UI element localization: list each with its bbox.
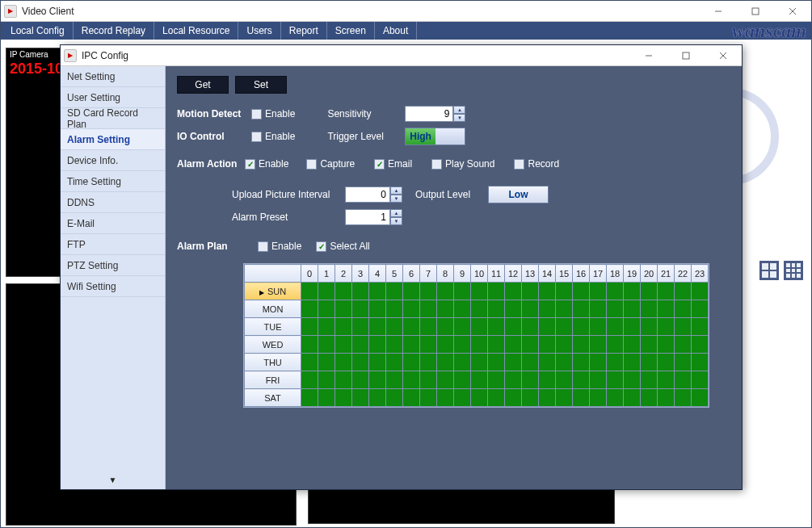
plan-hour-4[interactable]: 4 (369, 265, 386, 283)
plan-cell[interactable] (675, 336, 692, 354)
menu-item-about[interactable]: About (375, 22, 417, 40)
plan-cell[interactable] (624, 283, 641, 300)
plan-cell[interactable] (590, 300, 607, 318)
plan-cell[interactable] (522, 354, 539, 371)
sidebar-item-ftp[interactable]: FTP (61, 234, 165, 255)
plan-hour-8[interactable]: 8 (437, 265, 454, 283)
plan-cell[interactable] (352, 336, 369, 354)
plan-cell[interactable] (352, 389, 369, 407)
sidebar-item-time-setting[interactable]: Time Setting (61, 171, 165, 192)
plan-cell[interactable] (641, 354, 658, 371)
plan-cell[interactable] (539, 354, 556, 371)
plan-cell[interactable] (471, 354, 488, 371)
plan-day-thu[interactable]: THU (245, 354, 301, 371)
menu-item-local-resource[interactable]: Local Resource (154, 22, 238, 40)
plan-day-mon[interactable]: MON (245, 300, 301, 318)
plan-cell[interactable] (420, 300, 437, 318)
plan-cell[interactable] (692, 354, 709, 371)
plan-cell[interactable] (624, 318, 641, 336)
plan-cell[interactable] (658, 283, 675, 300)
plan-cell[interactable] (335, 283, 352, 300)
plan-cell[interactable] (624, 354, 641, 371)
menu-item-local-config[interactable]: Local Config (2, 22, 74, 40)
menu-item-record-replay[interactable]: Record Replay (74, 22, 154, 40)
plan-cell[interactable] (692, 336, 709, 354)
plan-cell[interactable] (624, 300, 641, 318)
plan-cell[interactable] (301, 354, 318, 371)
plan-cell[interactable] (641, 318, 658, 336)
plan-cell[interactable] (386, 336, 403, 354)
plan-cell[interactable] (420, 389, 437, 407)
plan-cell[interactable] (692, 300, 709, 318)
plan-hour-10[interactable]: 10 (471, 265, 488, 283)
plan-cell[interactable] (386, 283, 403, 300)
plan-cell[interactable] (692, 318, 709, 336)
plan-cell[interactable] (318, 371, 335, 389)
dialog-close-button[interactable] (705, 45, 742, 66)
get-button[interactable]: Get (177, 76, 229, 94)
down-arrow-icon[interactable]: ▼ (453, 114, 465, 122)
grid-layout-3x3-icon[interactable] (784, 261, 803, 280)
plan-cell[interactable] (556, 336, 573, 354)
menu-item-users[interactable]: Users (238, 22, 280, 40)
plan-cell[interactable] (352, 371, 369, 389)
plan-cell[interactable] (692, 389, 709, 407)
plan-cell[interactable] (437, 336, 454, 354)
plan-hour-15[interactable]: 15 (556, 265, 573, 283)
alarm-opt-play-sound-checkbox[interactable]: Play Sound (431, 158, 494, 170)
plan-cell[interactable] (369, 371, 386, 389)
plan-cell[interactable] (318, 283, 335, 300)
down-arrow-icon[interactable]: ▼ (390, 217, 402, 225)
plan-cell[interactable] (539, 300, 556, 318)
plan-cell[interactable] (386, 300, 403, 318)
plan-cell[interactable] (573, 371, 590, 389)
plan-cell[interactable] (386, 354, 403, 371)
plan-cell[interactable] (522, 336, 539, 354)
plan-cell[interactable] (403, 336, 420, 354)
output-level-button[interactable]: Low (488, 186, 549, 203)
plan-cell[interactable] (556, 318, 573, 336)
plan-cell[interactable] (437, 354, 454, 371)
plan-cell[interactable] (420, 318, 437, 336)
plan-cell[interactable] (301, 336, 318, 354)
plan-cell[interactable] (641, 300, 658, 318)
app-max-button[interactable] (737, 1, 774, 22)
sidebar-item-wifi-setting[interactable]: Wifi Setting (61, 276, 165, 297)
plan-cell[interactable] (692, 283, 709, 300)
plan-hour-17[interactable]: 17 (590, 265, 607, 283)
plan-cell[interactable] (369, 389, 386, 407)
plan-cell[interactable] (386, 389, 403, 407)
sidebar-item-sd-card-record-plan[interactable]: SD Card Record Plan (61, 108, 165, 129)
plan-cell[interactable] (641, 336, 658, 354)
sidebar-item-ddns[interactable]: DDNS (61, 192, 165, 213)
app-min-button[interactable] (700, 1, 737, 22)
plan-cell[interactable] (505, 354, 522, 371)
sidebar-item-e-mail[interactable]: E-Mail (61, 213, 165, 234)
plan-cell[interactable] (386, 371, 403, 389)
plan-cell[interactable] (624, 336, 641, 354)
plan-day-fri[interactable]: FRI (245, 371, 301, 389)
plan-cell[interactable] (352, 318, 369, 336)
upload-interval-field[interactable] (345, 186, 390, 203)
alarm-preset-input[interactable]: ▲▼ (345, 209, 402, 225)
grid-layout-2x2-icon[interactable] (759, 261, 779, 280)
plan-cell[interactable] (556, 371, 573, 389)
sidebar-item-alarm-setting[interactable]: Alarm Setting (61, 129, 165, 150)
sidebar-item-device-info-[interactable]: Device Info. (61, 150, 165, 171)
plan-cell[interactable] (590, 371, 607, 389)
plan-cell[interactable] (573, 336, 590, 354)
plan-hour-12[interactable]: 12 (505, 265, 522, 283)
plan-cell[interactable] (301, 318, 318, 336)
plan-cell[interactable] (505, 318, 522, 336)
plan-cell[interactable] (403, 354, 420, 371)
io-enable-checkbox[interactable]: Enable (251, 131, 295, 142)
plan-cell[interactable] (318, 300, 335, 318)
plan-cell[interactable] (454, 300, 471, 318)
plan-cell[interactable] (658, 389, 675, 407)
plan-cell[interactable] (488, 300, 505, 318)
plan-cell[interactable] (403, 300, 420, 318)
plan-cell[interactable] (454, 318, 471, 336)
sensitivity-input[interactable]: ▲▼ (405, 106, 465, 122)
plan-hour-14[interactable]: 14 (539, 265, 556, 283)
plan-cell[interactable] (590, 354, 607, 371)
